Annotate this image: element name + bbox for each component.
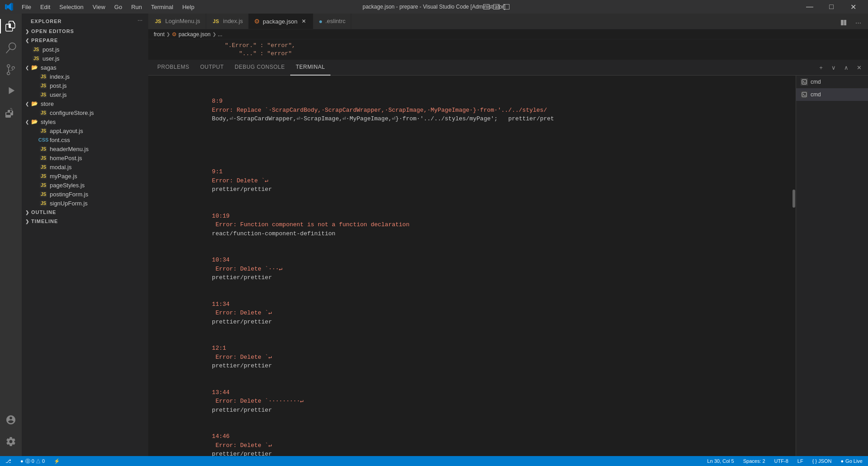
section-outline[interactable]: ❯ OUTLINE: [22, 208, 148, 217]
menu-edit[interactable]: Edit: [37, 3, 54, 11]
maximize-button[interactable]: □: [821, 0, 842, 14]
normal-text: Body,⏎·ScrapCardWrapper,⏎·ScrapImage,⏎·M…: [212, 115, 554, 122]
tab-terminal[interactable]: TERMINAL: [290, 60, 330, 76]
activity-account[interactable]: [0, 409, 22, 431]
file-name: pageStyles.js: [50, 182, 85, 189]
sidebar-menu-icon[interactable]: ⋯: [137, 18, 143, 24]
folder-styles[interactable]: ❮ 📂 styles: [22, 117, 148, 126]
tree-item-font-css[interactable]: CSS font.css: [22, 135, 148, 144]
menu-file[interactable]: File: [18, 3, 35, 11]
tree-item-headerMenu[interactable]: JS headerMenu.js: [22, 144, 148, 153]
js-file-icon: JS: [40, 82, 47, 89]
breadcrumb-ellipsis[interactable]: ...: [218, 31, 222, 38]
activity-run-debug[interactable]: [0, 81, 22, 102]
tree-item-myPage[interactable]: JS myPage.js: [22, 171, 148, 181]
status-lightning[interactable]: ⚡: [52, 456, 62, 466]
status-language[interactable]: { } JSON: [811, 456, 834, 466]
status-branch[interactable]: ⎇: [4, 456, 13, 466]
status-encoding[interactable]: UTF-8: [773, 456, 790, 466]
file-name: headerMenu.js: [50, 146, 89, 152]
tree-item-modal[interactable]: JS modal.js: [22, 162, 148, 171]
svg-rect-0: [802, 80, 807, 84]
tab-packagejson[interactable]: ⚙ package.json ✕: [249, 14, 313, 29]
terminal-icon-2: [801, 91, 808, 98]
more-actions-button[interactable]: ⋯: [852, 16, 864, 29]
tab-loginmenu[interactable]: JS LoginMenu.js: [148, 14, 206, 29]
tree-item-appLayout[interactable]: JS appLayout.js: [22, 126, 148, 135]
activity-settings[interactable]: [0, 431, 22, 452]
spaces-text: Spaces: 2: [743, 458, 765, 464]
tree-item-user-js-1[interactable]: JS user.js: [22, 54, 148, 63]
breadcrumb-front[interactable]: front: [154, 31, 165, 38]
status-errors[interactable]: ● ⓪ 0 △ 0: [19, 456, 47, 466]
folder-store[interactable]: ❮ 📂 store: [22, 99, 148, 108]
tree-item-index-js[interactable]: JS index.js: [22, 72, 148, 81]
file-name: index.js: [50, 73, 70, 80]
terminal-output[interactable]: 8:9 Error: Replace `·ScrapCardBody,·Scra…: [148, 76, 792, 456]
tree-item-configureStore[interactable]: JS configureStore.js: [22, 108, 148, 117]
chevron-down-icon: ❮: [25, 65, 29, 70]
menu-selection[interactable]: Selection: [56, 3, 87, 11]
panel-tab-actions: + ∨ ∧ ✕: [816, 62, 864, 73]
split-editor-button[interactable]: [837, 16, 850, 29]
tree-item-pageStyles[interactable]: JS pageStyles.js: [22, 181, 148, 190]
tree-item-homePost[interactable]: JS homePost.js: [22, 153, 148, 162]
terminal-session-1[interactable]: cmd: [796, 76, 868, 88]
folder-sagas[interactable]: ❮ 📂 sagas: [22, 63, 148, 72]
tab-indexjs[interactable]: JS index.js: [206, 14, 249, 29]
terminal-scrollbar[interactable]: [792, 76, 796, 456]
svg-rect-1: [802, 92, 807, 97]
tab-problems[interactable]: PROBLEMS: [152, 60, 195, 76]
terminal-session-2[interactable]: cmd: [796, 88, 868, 101]
open-editors-label: OPEN EDITORS: [31, 29, 74, 34]
tab-label: LoginMenu.js: [165, 18, 200, 24]
tree-item-postingForm[interactable]: JS postingForm.js: [22, 190, 148, 199]
menu-run[interactable]: Run: [127, 3, 146, 11]
tree-item-user-js-2[interactable]: JS user.js: [22, 90, 148, 99]
git-branch-icon: ⎇: [5, 458, 11, 464]
file-name: postingForm.js: [50, 191, 88, 198]
new-terminal-button[interactable]: +: [816, 62, 826, 73]
status-eol[interactable]: LF: [796, 456, 805, 466]
section-open-editors[interactable]: ❯ OPEN EDITORS: [22, 27, 148, 36]
js-file-icon: JS: [40, 109, 47, 116]
tab-close-button[interactable]: ✕: [300, 18, 307, 25]
js-file-icon: JS: [40, 127, 47, 134]
activity-source-control[interactable]: [0, 59, 22, 81]
status-position[interactable]: Ln 30, Col 5: [705, 456, 736, 466]
tab-eslintrc[interactable]: ● .eslintrc: [313, 14, 351, 29]
tab-label: package.json: [263, 18, 297, 25]
terminal-line-3: 10:19 Error: Function component is not a…: [156, 203, 785, 247]
tree-item-post-js-1[interactable]: JS post.js: [22, 45, 148, 54]
menu-go[interactable]: Go: [111, 3, 126, 11]
chevron-up-button[interactable]: ∨: [828, 62, 839, 73]
activity-extensions[interactable]: [0, 102, 22, 124]
tree-item-signUpForm[interactable]: JS signUpForm.js: [22, 199, 148, 208]
folder-icon: 📂: [31, 64, 38, 71]
breadcrumb-packagejson[interactable]: package.json: [179, 31, 211, 38]
tab-debug-console[interactable]: DEBUG CONSOLE: [229, 60, 290, 76]
status-bar: ⎇ ● ⓪ 0 △ 0 ⚡ Ln 30, Col 5 Spaces: 2 UTF…: [0, 456, 868, 466]
activity-search[interactable]: [0, 37, 22, 59]
tab-dot-icon: ●: [319, 18, 322, 25]
close-button[interactable]: ✕: [843, 0, 863, 14]
editor-split: ".Error." : "error", "..." : "error" PRO…: [148, 39, 868, 456]
breadcrumb-separator-2: ❯: [212, 32, 216, 37]
section-prepare[interactable]: ❮ PREPARE: [22, 36, 148, 45]
tab-actions: ⋯: [834, 16, 868, 29]
menu-view[interactable]: View: [89, 3, 109, 11]
chevron-down-panel-button[interactable]: ∧: [841, 62, 852, 73]
menu-help[interactable]: Help: [179, 3, 198, 11]
status-golive[interactable]: ● Go Live: [839, 456, 864, 466]
status-spaces[interactable]: Spaces: 2: [741, 456, 767, 466]
tree-item-post-js-2[interactable]: JS post.js: [22, 81, 148, 90]
minimize-button[interactable]: —: [799, 0, 820, 14]
menu-terminal[interactable]: Terminal: [147, 3, 177, 11]
close-panel-button[interactable]: ✕: [854, 62, 864, 73]
vscode-logo-icon: [5, 2, 14, 11]
breadcrumb-separator-1: ❯: [166, 32, 170, 37]
activity-explorer[interactable]: [0, 15, 22, 37]
section-timeline[interactable]: ❯ TIMELINE: [22, 217, 148, 226]
file-name: font.css: [50, 137, 70, 143]
tab-output[interactable]: OUTPUT: [195, 60, 229, 76]
